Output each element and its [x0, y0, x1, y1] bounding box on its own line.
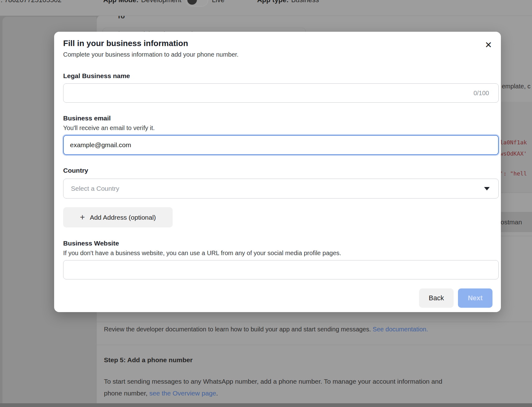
bottom-edge-strip: [0, 403, 532, 407]
app-mode-toggle[interactable]: [186, 0, 208, 7]
add-address-button[interactable]: + Add Address (optional): [63, 207, 173, 227]
screen: To Select a recipient phone number empla…: [0, 0, 532, 407]
legal-name-label: Legal Business name: [63, 72, 130, 80]
app-toolbar: : 786207725105502 App Mode: Development …: [0, 0, 532, 16]
country-label: Country: [63, 167, 88, 174]
country-select[interactable]: Select a Country: [63, 179, 499, 199]
section-divider: [499, 193, 532, 193]
modal-title: Fill in your business information: [63, 39, 188, 48]
app-mode-value: Development: [141, 0, 181, 4]
see-documentation-link[interactable]: See documentation.: [373, 326, 428, 333]
email-field-box: [63, 135, 499, 155]
legal-name-field-box: 0/100: [63, 83, 499, 103]
website-field-box: [63, 260, 499, 279]
app-mode-label: App Mode:: [103, 0, 139, 4]
section-divider: [497, 236, 532, 236]
app-type-label: App type:: [257, 0, 288, 4]
section-divider: [97, 322, 532, 322]
chevron-down-icon: [484, 187, 490, 190]
template-text-fragment: emplate, c: [502, 83, 530, 90]
toggle-knob-icon: [187, 0, 197, 5]
plus-icon: +: [80, 213, 85, 222]
code-sample-block: la0Nf1ak wsOdKAX' ': "hell: [499, 102, 532, 193]
postman-tab[interactable]: Postman: [497, 212, 532, 232]
add-address-label: Add Address (optional): [90, 214, 156, 221]
back-button[interactable]: Back: [419, 288, 454, 308]
code-fragment-line3: ': "hell: [500, 170, 527, 177]
app-type-value: Business: [291, 0, 319, 4]
step5-title: Step 5: Add a phone number: [104, 356, 193, 364]
website-helper: If you don't have a business website, yo…: [63, 250, 341, 257]
overview-page-link[interactable]: see the Overview page: [149, 390, 216, 397]
docs-text: Review the developer documentation to le…: [104, 326, 373, 333]
code-fragment-line2: wsOdKAX': [500, 150, 527, 157]
website-label: Business Website: [63, 240, 119, 247]
code-fragment-line1: la0Nf1ak: [500, 139, 527, 146]
char-counter: 0/100: [474, 84, 489, 102]
website-input[interactable]: [63, 260, 498, 279]
app-id-text: : 786207725105502: [1, 0, 62, 4]
email-input[interactable]: [64, 136, 498, 154]
section-divider: [97, 345, 532, 345]
country-placeholder: Select a Country: [71, 185, 119, 192]
docs-paragraph: Review the developer documentation to le…: [104, 326, 508, 333]
email-label: Business email: [63, 115, 111, 122]
step5-text-line1: To start sending messages to any WhatsAp…: [104, 378, 442, 385]
step5-text-suffix: .: [216, 390, 218, 397]
business-info-modal: Fill in your business information Comple…: [54, 32, 501, 312]
step5-text-line2: phone number,: [104, 390, 149, 397]
email-helper: You'll receive an email to verify it.: [63, 124, 155, 132]
legal-name-input[interactable]: [63, 84, 498, 102]
step5-paragraph: To start sending messages to any WhatsAp…: [104, 376, 490, 399]
close-icon[interactable]: ✕: [482, 39, 495, 51]
modal-subtitle: Complete your business information to ad…: [63, 51, 239, 58]
live-label: Live: [212, 0, 224, 4]
next-button[interactable]: Next: [458, 288, 492, 308]
